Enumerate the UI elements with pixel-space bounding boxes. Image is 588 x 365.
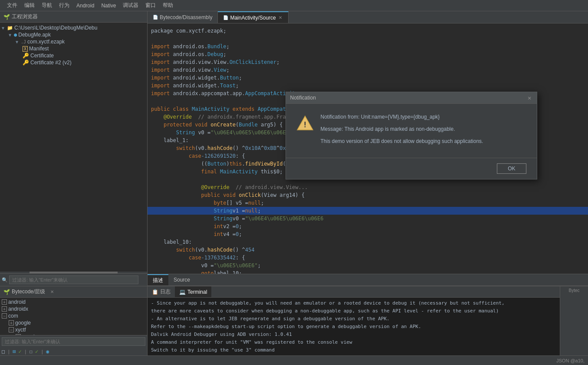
menu-edit[interactable]: 编辑: [21, 1, 38, 10]
tab-mainactivity-source[interactable]: 📄 MainActivity/Source ✕: [218, 11, 288, 23]
log-content[interactable]: - Since your app is not debuggable, you …: [148, 298, 560, 355]
code-text: import: [151, 66, 170, 74]
code-text: 0: [236, 222, 239, 230]
tab-close-icon[interactable]: ✕: [278, 15, 283, 20]
code-text: () ^: [233, 144, 245, 152]
menu-action[interactable]: 行为: [56, 1, 73, 10]
tab-desc[interactable]: 描述: [148, 274, 168, 285]
code-text: int: [214, 222, 223, 230]
code-text: 0x10A: [245, 144, 261, 152]
code-text: [207, 121, 210, 129]
tree-item-com[interactable]: − com: [0, 312, 147, 319]
code-text: "\u06E5\u06E6": [214, 262, 258, 269]
tab-source[interactable]: Source: [168, 274, 195, 285]
log-line: Refer to the --makeapkdebug start-up scr…: [151, 323, 556, 331]
tree-item-androidx[interactable]: + androidx: [0, 305, 147, 312]
code-text: import: [151, 43, 170, 50]
tree-item-google[interactable]: + google: [0, 319, 147, 326]
code-text: onClick: [239, 191, 261, 199]
tab-terminal[interactable]: 💻 Terminal: [175, 286, 211, 297]
tree-arrow[interactable]: ▼: [2, 26, 7, 30]
code-text: protected void: [164, 121, 207, 129]
code-text: [151, 144, 176, 152]
log-icon: 📋: [152, 289, 158, 295]
log-line: there are more caveats to consider when …: [151, 307, 556, 315]
plus-icon: +: [2, 306, 7, 312]
tree-item-apk[interactable]: ▼ ● DebugMe.apk: [0, 31, 147, 38]
filter-input-explorer[interactable]: [9, 275, 138, 284]
tab-log[interactable]: 📋 日志: [148, 286, 175, 297]
mini-label: Bytec: [568, 288, 579, 293]
dialog-body: ! Notification from: Unit:name={VM},type…: [286, 104, 537, 158]
tab-bytecode-disassembly[interactable]: 📄 Bytecode/Disassembly: [148, 11, 218, 23]
log-panel: 📋 日志 💻 Terminal - Since your app is not …: [148, 286, 560, 355]
code-text: package com.xyctf.ezapk;: [151, 27, 226, 35]
code-line: int v4 = 0 ;: [148, 230, 588, 238]
bytecode-close[interactable]: ✕: [50, 289, 54, 294]
menu-file[interactable]: 文件: [3, 1, 21, 10]
code-text: this$0;: [258, 168, 283, 176]
code-text: String: [214, 207, 233, 215]
file-tree[interactable]: ▼ 📁 C:\Users\L\Desktop\DebugMe\Debu ▼ ● …: [0, 23, 147, 272]
tree-label-apk: DebugMe.apk: [18, 32, 51, 38]
tree-item-cert[interactable]: 🔑 Certificate: [0, 52, 147, 59]
status-json: JSON @a10,: [556, 358, 585, 363]
tree-item-cert2[interactable]: 🔑 Certificate #2 (v2): [0, 59, 147, 66]
code-section: 📄 Bytecode/Disassembly 📄 MainActivity/So…: [148, 11, 588, 286]
code-text: MainActivity: [192, 105, 230, 113]
menu-help[interactable]: 帮助: [159, 1, 177, 10]
log-line: Switch to it by issuing the "use 3" comm…: [151, 346, 556, 354]
dialog-notification-from: Notification from: Unit:name={VM},type={…: [321, 113, 526, 121]
code-text: android.os.: [170, 50, 207, 58]
code-text: (View arg14) {: [261, 191, 305, 199]
code-text: [254, 105, 257, 113]
tree-item-android[interactable]: + android: [0, 299, 147, 305]
tree-item-package[interactable]: ▼ .J com.xyctf.ezapk: [0, 38, 147, 45]
cb-square[interactable]: □: [2, 348, 5, 355]
scrollbar-thumb[interactable]: [30, 272, 118, 273]
tree-item-manifest[interactable]: X Manifest: [0, 45, 147, 52]
status-bar: JSON @a10,: [0, 355, 588, 365]
code-text: [151, 230, 214, 238]
tree-arrow[interactable]: ▼: [9, 33, 14, 37]
tree-item-xyctf[interactable]: − xyctf: [0, 326, 147, 333]
menu-nav[interactable]: 导航: [38, 1, 56, 10]
terminal-label: Terminal: [187, 289, 207, 295]
cb-radio[interactable]: ◉: [46, 348, 49, 355]
right-mini-panel: Bytec: [560, 286, 588, 355]
dialog-close-icon[interactable]: ✕: [527, 95, 532, 101]
bytecode-tree[interactable]: + android + androidx − com + google: [0, 298, 147, 335]
manifest-icon: X: [23, 46, 28, 52]
terminal-icon: 💻: [179, 289, 186, 295]
cb-empty[interactable]: ☐: [30, 348, 33, 355]
code-text: [151, 207, 214, 215]
menu-android[interactable]: Android: [73, 2, 98, 10]
code-text: null: [245, 207, 258, 215]
tree-item-root[interactable]: ▼ 📁 C:\Users\L\Desktop\DebugMe\Debu: [0, 24, 147, 31]
code-line: byte [] v5 = null ;: [148, 199, 588, 207]
log-line: - An alternative is to let JEB regenerat…: [151, 315, 556, 323]
right-panel: 📄 Bytecode/Disassembly 📄 MainActivity/So…: [148, 11, 588, 355]
menu-window[interactable]: 窗口: [142, 1, 159, 10]
cb-check2[interactable]: ✓: [35, 348, 38, 355]
menu-native[interactable]: Native: [98, 2, 119, 10]
dialog-text: Notification from: Unit:name={VM},type={…: [321, 113, 526, 149]
dialog-ok-button[interactable]: OK: [497, 163, 526, 174]
cb-grid[interactable]: ⊞: [13, 348, 16, 355]
code-text: public class: [151, 105, 189, 113]
code-text: ^: [261, 144, 264, 152]
svg-text:!: !: [302, 120, 307, 129]
cb-check1[interactable]: ✓: [19, 348, 22, 355]
code-text: [151, 152, 189, 160]
cert-icon: 🔑: [23, 53, 29, 59]
menu-debugger[interactable]: 调试器: [119, 1, 142, 10]
code-text: v2 =: [223, 222, 236, 230]
code-text: String: [214, 215, 233, 222]
apk-icon: ●: [14, 32, 17, 38]
tree-arrow[interactable]: ▼: [16, 40, 21, 44]
dialog-title-bar: Notification ✕: [286, 92, 537, 104]
code-text: android.widget.: [170, 82, 220, 90]
tree-label-cert2: Certificate #2 (v2): [30, 60, 72, 66]
filter-input-bytecode[interactable]: [2, 337, 145, 346]
code-text: v0 =: [233, 215, 245, 222]
